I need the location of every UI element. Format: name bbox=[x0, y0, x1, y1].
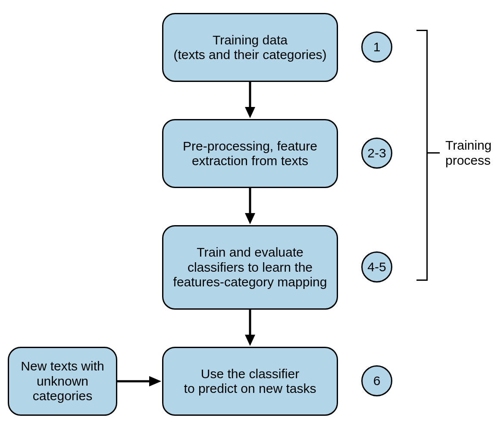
bracket-label: Training process bbox=[445, 138, 491, 168]
text-line: to predict on new tasks bbox=[184, 381, 316, 395]
node-new-texts-text: New texts with unknown categories bbox=[21, 359, 104, 404]
node-train-eval: Train and evaluate classifiers to learn … bbox=[162, 225, 338, 310]
arrow-down-icon bbox=[243, 310, 257, 347]
text-line: process bbox=[445, 153, 491, 167]
node-train-eval-text: Train and evaluate classifiers to learn … bbox=[173, 245, 327, 290]
node-use-classifier: Use the classifier to predict on new tas… bbox=[162, 347, 338, 416]
text-line: Pre-processing, feature bbox=[183, 139, 317, 153]
step-label: 1 bbox=[373, 40, 381, 54]
step-label: 2-3 bbox=[367, 146, 386, 160]
step-circle-6: 6 bbox=[361, 365, 392, 396]
text-line: classifiers to learn the bbox=[188, 260, 313, 274]
node-preprocessing-text: Pre-processing, feature extraction from … bbox=[183, 139, 317, 169]
step-label: 4-5 bbox=[367, 260, 386, 274]
step-circle-2-3: 2-3 bbox=[361, 138, 392, 169]
svg-marker-7 bbox=[149, 376, 161, 386]
text-line: Use the classifier bbox=[201, 367, 299, 381]
text-line: Training data bbox=[213, 33, 288, 47]
text-line: (texts and their categories) bbox=[173, 47, 326, 62]
node-use-classifier-text: Use the classifier to predict on new tas… bbox=[184, 367, 316, 396]
text-line: features-category mapping bbox=[173, 275, 327, 289]
text-line: Training bbox=[445, 138, 491, 152]
node-new-texts: New texts with unknown categories bbox=[8, 347, 117, 416]
step-label: 6 bbox=[373, 374, 381, 388]
text-line: unknown bbox=[37, 374, 88, 388]
node-training-data: Training data (texts and their categorie… bbox=[162, 13, 338, 82]
svg-marker-3 bbox=[245, 213, 255, 224]
svg-marker-1 bbox=[245, 107, 255, 118]
svg-marker-5 bbox=[245, 335, 255, 346]
node-training-data-text: Training data (texts and their categorie… bbox=[173, 33, 326, 63]
arrow-down-icon bbox=[243, 82, 257, 119]
text-line: New texts with bbox=[21, 359, 104, 373]
flowchart-canvas: Training data (texts and their categorie… bbox=[0, 0, 504, 430]
text-line: extraction from texts bbox=[192, 154, 308, 168]
text-line: Train and evaluate bbox=[197, 245, 303, 259]
text-line: categories bbox=[33, 389, 92, 403]
arrow-right-icon bbox=[117, 374, 162, 388]
node-preprocessing: Pre-processing, feature extraction from … bbox=[162, 119, 338, 188]
step-circle-4-5: 4-5 bbox=[361, 251, 392, 282]
step-circle-1: 1 bbox=[361, 31, 392, 63]
bracket-training-process bbox=[416, 30, 428, 281]
bracket-stub bbox=[428, 152, 440, 154]
arrow-down-icon bbox=[243, 188, 257, 225]
